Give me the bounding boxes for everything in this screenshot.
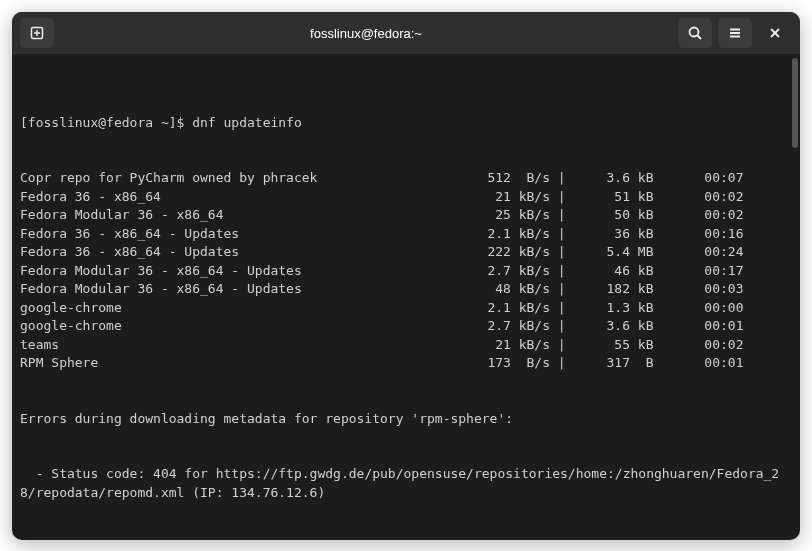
command: dnf updateinfo — [192, 115, 302, 130]
repo-name: google-chrome — [20, 317, 460, 336]
repo-row: google-chrome2.7 kB/s | 3.6 kB00:01 — [20, 317, 792, 336]
repo-size: 317 B — [573, 354, 653, 373]
repo-speed: 2.1 kB/s — [460, 299, 550, 318]
repo-time: 00:01 — [653, 354, 743, 373]
repo-row: Fedora 36 - x86_64 - Updates222 kB/s | 5… — [20, 243, 792, 262]
svg-point-3 — [690, 28, 699, 37]
hamburger-icon — [727, 25, 743, 41]
repo-time: 00:07 — [653, 169, 743, 188]
repo-speed: 512 B/s — [460, 169, 550, 188]
repo-size: 51 kB — [573, 188, 653, 207]
repo-row: Fedora Modular 36 - x86_6425 kB/s | 50 k… — [20, 206, 792, 225]
repo-time: 00:00 — [653, 299, 743, 318]
search-icon — [687, 25, 703, 41]
repo-time: 00:01 — [653, 317, 743, 336]
repo-size: 3.6 kB — [573, 169, 653, 188]
repo-name: Fedora 36 - x86_64 - Updates — [20, 225, 460, 244]
error-header: Errors during downloading metadata for r… — [20, 410, 792, 429]
repo-size: 55 kB — [573, 336, 653, 355]
repo-time: 00:02 — [653, 188, 743, 207]
repo-name: Fedora Modular 36 - x86_64 - Updates — [20, 262, 460, 281]
close-button[interactable] — [758, 18, 792, 48]
scrollbar[interactable] — [792, 58, 798, 148]
menu-button[interactable] — [718, 18, 752, 48]
repo-time: 00:17 — [653, 262, 743, 281]
svg-line-4 — [698, 36, 702, 40]
repo-name: teams — [20, 336, 460, 355]
repo-size: 50 kB — [573, 206, 653, 225]
terminal-content[interactable]: [fosslinux@fedora ~]$ dnf updateinfo Cop… — [12, 54, 800, 540]
repo-row: Fedora Modular 36 - x86_64 - Updates2.7 … — [20, 262, 792, 281]
repo-speed: 21 kB/s — [460, 336, 550, 355]
repo-speed: 2.7 kB/s — [460, 262, 550, 281]
repo-name: Copr repo for PyCharm owned by phracek — [20, 169, 460, 188]
titlebar: fosslinux@fedora:~ — [12, 12, 800, 54]
repo-name: Fedora 36 - x86_64 - Updates — [20, 243, 460, 262]
prompt-line: [fosslinux@fedora ~]$ dnf updateinfo — [20, 114, 792, 133]
close-icon — [767, 25, 783, 41]
repo-time: 00:02 — [653, 206, 743, 225]
plus-icon — [29, 25, 45, 41]
repo-speed: 2.7 kB/s — [460, 317, 550, 336]
repo-time: 00:02 — [653, 336, 743, 355]
window-title: fosslinux@fedora:~ — [310, 26, 422, 41]
repo-size: 3.6 kB — [573, 317, 653, 336]
repo-row: teams21 kB/s | 55 kB00:02 — [20, 336, 792, 355]
repo-size: 182 kB — [573, 280, 653, 299]
repo-speed: 21 kB/s — [460, 188, 550, 207]
repo-time: 00:16 — [653, 225, 743, 244]
repo-time: 00:03 — [653, 280, 743, 299]
repo-row: Fedora 36 - x86_64 - Updates2.1 kB/s | 3… — [20, 225, 792, 244]
repo-speed: 222 kB/s — [460, 243, 550, 262]
repo-size: 36 kB — [573, 225, 653, 244]
repo-size: 1.3 kB — [573, 299, 653, 318]
repo-name: Fedora Modular 36 - x86_64 — [20, 206, 460, 225]
terminal-window: fosslinux@fedora:~ [fosslinux@fedora ~]$… — [12, 12, 800, 540]
repo-row: Fedora 36 - x86_6421 kB/s | 51 kB00:02 — [20, 188, 792, 207]
error-detail: - Status code: 404 for https://ftp.gwdg.… — [20, 465, 792, 502]
repo-size: 46 kB — [573, 262, 653, 281]
new-tab-button[interactable] — [20, 18, 54, 48]
repo-name: google-chrome — [20, 299, 460, 318]
prompt: [fosslinux@fedora ~]$ — [20, 115, 192, 130]
repo-speed: 48 kB/s — [460, 280, 550, 299]
repo-name: Fedora Modular 36 - x86_64 - Updates — [20, 280, 460, 299]
repo-size: 5.4 MB — [573, 243, 653, 262]
repo-row: RPM Sphere173 B/s | 317 B00:01 — [20, 354, 792, 373]
repo-row: google-chrome2.1 kB/s | 1.3 kB00:00 — [20, 299, 792, 318]
repo-time: 00:24 — [653, 243, 743, 262]
repo-row: Fedora Modular 36 - x86_64 - Updates48 k… — [20, 280, 792, 299]
repo-row: Copr repo for PyCharm owned by phracek51… — [20, 169, 792, 188]
search-button[interactable] — [678, 18, 712, 48]
repo-name: RPM Sphere — [20, 354, 460, 373]
repo-speed: 173 B/s — [460, 354, 550, 373]
error-summary: Error: Failed to download metadata for r… — [20, 539, 792, 540]
repo-speed: 2.1 kB/s — [460, 225, 550, 244]
repo-speed: 25 kB/s — [460, 206, 550, 225]
repo-name: Fedora 36 - x86_64 — [20, 188, 460, 207]
